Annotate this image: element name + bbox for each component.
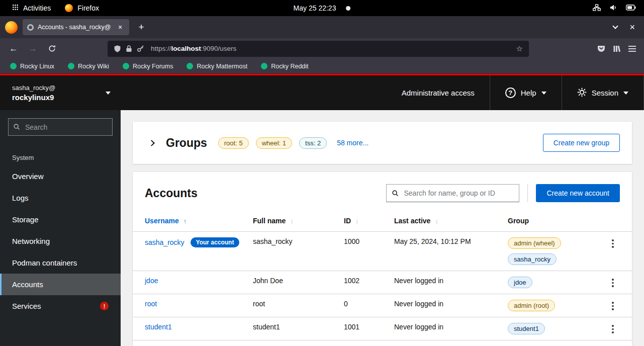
tracking-shield-icon[interactable] xyxy=(114,45,121,53)
activities-icon xyxy=(12,4,19,12)
session-menu[interactable]: Session xyxy=(562,75,644,110)
table-row: sasha_rockyYour account sasha_rocky 1000… xyxy=(133,232,632,271)
id-cell: 1000 xyxy=(344,232,394,271)
rocky-favicon-icon xyxy=(10,63,17,69)
list-tabs-chevron-icon[interactable] xyxy=(613,23,618,29)
sidebar-item-label: Accounts xyxy=(12,280,43,289)
window-close-icon[interactable]: × xyxy=(629,23,635,32)
forward-button[interactable]: → xyxy=(25,41,40,56)
sort-icon: ↕ xyxy=(290,217,294,225)
sidebar-item-label: Networking xyxy=(12,237,50,245)
key-icon[interactable] xyxy=(137,45,144,52)
bookmark-rocky-linux[interactable]: Rocky Linux xyxy=(10,63,54,70)
accounts-search-input[interactable] xyxy=(386,184,519,202)
group-chip: sasha_rocky xyxy=(508,253,557,265)
firefox-tab-bar: Accounts - sasha_rocky@ × + × xyxy=(0,16,644,38)
create-new-account-button[interactable]: Create new account xyxy=(536,184,620,202)
create-new-group-button[interactable]: Create new group xyxy=(543,134,620,152)
clock[interactable]: May 25 22:23 xyxy=(294,4,336,12)
sidebar-item-storage[interactable]: Storage xyxy=(0,209,121,230)
rocky-favicon-icon xyxy=(123,63,129,69)
administrative-access-button[interactable]: Administrative access xyxy=(387,75,490,110)
accounts-table: Username↑ Full name↕ ID↕ Last active↕ Gr… xyxy=(133,213,632,340)
sidebar-item-services[interactable]: Services ! xyxy=(0,295,121,317)
new-tab-button[interactable]: + xyxy=(134,20,148,34)
pocket-icon[interactable] xyxy=(597,45,605,53)
bookmark-rocky-wiki[interactable]: Rocky Wiki xyxy=(68,63,109,70)
bookmark-star-icon[interactable]: ☆ xyxy=(516,44,523,53)
kebab-menu-icon[interactable] xyxy=(608,277,617,287)
group-chip: jdoe xyxy=(508,277,532,288)
help-menu[interactable]: ? Help xyxy=(490,75,562,110)
sort-asc-icon: ↑ xyxy=(183,217,187,225)
tab-title: Accounts - sasha_rocky@ xyxy=(38,24,112,31)
sidebar-search-input[interactable] xyxy=(8,118,113,136)
network-icon xyxy=(593,4,601,13)
groups-expand-button[interactable] xyxy=(145,136,158,149)
current-app-menu[interactable]: Firefox xyxy=(65,4,99,12)
sidebar-item-accounts[interactable]: Accounts xyxy=(0,274,121,295)
last-active-cell: Never logged in xyxy=(394,317,508,340)
username-link[interactable]: sasha_rocky xyxy=(145,238,185,246)
id-cell: 1002 xyxy=(344,271,394,294)
column-header-full-name[interactable]: Full name↕ xyxy=(253,213,344,232)
bookmarks-bar: Rocky Linux Rocky Wiki Rocky Forums Rock… xyxy=(0,59,644,73)
lock-icon[interactable] xyxy=(126,45,132,52)
username-link[interactable]: jdoe xyxy=(145,277,158,285)
host-switcher[interactable]: sasha_rocky@ rockylinux9 xyxy=(0,75,121,110)
last-active-cell: Never logged in xyxy=(394,271,508,294)
kebab-menu-icon[interactable] xyxy=(608,300,617,310)
activities-button[interactable]: Activities xyxy=(12,4,51,12)
full-name-cell: root xyxy=(253,294,344,317)
recording-indicator-icon xyxy=(346,6,350,11)
column-header-username[interactable]: Username↑ xyxy=(133,213,253,232)
bookmark-label: Rocky Reddit xyxy=(271,63,308,70)
sidebar-item-podman-containers[interactable]: Podman containers xyxy=(0,252,121,274)
groups-card: Groups root: 5 wheel: 1 tss: 2 58 more..… xyxy=(133,122,632,164)
table-row: root root 0 Never logged in admin (root) xyxy=(133,294,632,317)
chevron-down-icon xyxy=(541,92,546,95)
bookmark-label: Rocky Mattermost xyxy=(197,63,247,70)
browser-tab[interactable]: Accounts - sasha_rocky@ × xyxy=(23,19,129,35)
accounts-title: Accounts xyxy=(145,187,198,200)
group-chip: admin (wheel) xyxy=(508,237,561,249)
menu-icon[interactable] xyxy=(628,46,636,52)
system-status-area[interactable] xyxy=(593,4,644,13)
session-label: Session xyxy=(592,89,618,97)
column-header-id[interactable]: ID↕ xyxy=(344,213,394,232)
groups-more-link[interactable]: 58 more... xyxy=(337,139,369,147)
bookmark-label: Rocky Forums xyxy=(133,63,173,70)
sidebar-section-system: System xyxy=(0,144,121,165)
kebab-menu-icon[interactable] xyxy=(608,237,617,248)
volume-icon xyxy=(609,4,617,13)
firefox-icon xyxy=(65,4,73,12)
library-icon[interactable] xyxy=(613,45,621,53)
table-row: jdoe John Doe 1002 Never logged in jdoe xyxy=(133,271,632,294)
bookmark-rocky-forums[interactable]: Rocky Forums xyxy=(123,63,173,70)
administrative-access-label: Administrative access xyxy=(402,89,475,97)
reload-button[interactable] xyxy=(44,41,59,56)
url-path: :9090/users xyxy=(201,45,237,52)
sidebar-item-networking[interactable]: Networking xyxy=(0,230,121,252)
last-active-cell: Never logged in xyxy=(394,294,508,317)
sidebar-item-overview[interactable]: Overview xyxy=(0,165,121,187)
username-link[interactable]: root xyxy=(145,300,157,308)
bookmark-rocky-reddit[interactable]: Rocky Reddit xyxy=(261,63,308,70)
back-button[interactable]: ← xyxy=(6,41,21,56)
username-link[interactable]: student1 xyxy=(145,323,172,331)
kebab-menu-icon[interactable] xyxy=(608,323,617,333)
tab-close-icon[interactable]: × xyxy=(116,23,125,32)
url-bar[interactable]: https:// localhost :9090/users ☆ xyxy=(108,41,529,57)
full-name-cell: sasha_rocky xyxy=(253,232,344,271)
bookmark-rocky-mattermost[interactable]: Rocky Mattermost xyxy=(187,63,247,70)
firefox-toolbar: ← → https:// localhost :9090/users ☆ xyxy=(0,38,644,59)
your-account-badge: Your account xyxy=(191,237,240,247)
sidebar-item-logs[interactable]: Logs xyxy=(0,187,121,209)
chevron-right-icon xyxy=(148,140,155,146)
full-name-cell: student1 xyxy=(253,317,344,340)
bookmark-label: Rocky Wiki xyxy=(78,63,109,70)
column-header-last-active[interactable]: Last active↕ xyxy=(394,213,508,232)
chevron-down-icon xyxy=(106,92,111,95)
firefox-logo-icon[interactable] xyxy=(5,21,18,34)
gear-icon xyxy=(577,88,587,99)
